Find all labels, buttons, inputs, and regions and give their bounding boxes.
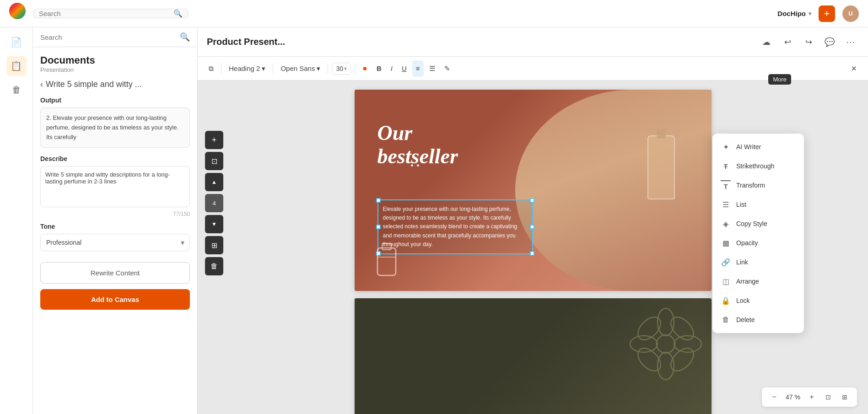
slide-2-flower bbox=[620, 303, 712, 385]
panel-search-input[interactable] bbox=[40, 33, 176, 41]
rewrite-content-button[interactable]: Rewrite Content bbox=[40, 262, 190, 284]
strikethrough-icon: T bbox=[721, 161, 731, 171]
link-icon: 🔗 bbox=[721, 257, 731, 267]
list-icon: ☰ bbox=[429, 65, 435, 73]
zoom-percent: 47 % bbox=[784, 393, 802, 401]
copy-format-button[interactable]: ⧉ bbox=[205, 60, 217, 77]
avatar[interactable]: U bbox=[842, 5, 859, 22]
back-button[interactable]: ‹ Write 5 simple and witty ... bbox=[40, 80, 190, 89]
search-container: 🔍 bbox=[33, 9, 189, 18]
handle-tl[interactable] bbox=[376, 198, 381, 203]
search-input[interactable] bbox=[39, 10, 173, 17]
zoom-in-button[interactable]: + bbox=[805, 390, 819, 404]
grid-layout-button[interactable]: ⊞ bbox=[205, 236, 223, 254]
chevron-down-icon: ▾ bbox=[262, 65, 265, 73]
sidebar-item-trash[interactable]: 🗑 bbox=[6, 80, 27, 100]
menu-item-ai-writer[interactable]: ✦ AI Writer bbox=[712, 137, 804, 156]
font-size-value: 30 bbox=[336, 65, 343, 72]
context-dropdown-menu: ✦ AI Writer T Strikethrough T Transform … bbox=[712, 134, 804, 333]
describe-label: Describe bbox=[40, 155, 190, 162]
align-button[interactable]: ≡ bbox=[412, 60, 424, 77]
canvas-tools: + ⊡ ▲ 4 ▼ ⊞ 🗑 bbox=[205, 131, 223, 275]
handle-br[interactable] bbox=[530, 251, 534, 256]
zoom-out-button[interactable]: − bbox=[767, 390, 781, 404]
svg-point-12 bbox=[657, 335, 675, 353]
text-color-button[interactable]: ● bbox=[359, 60, 371, 77]
menu-item-list[interactable]: ☰ List bbox=[712, 195, 804, 214]
menu-item-opacity[interactable]: ▩ Opacity bbox=[712, 233, 804, 253]
close-toolbar-button[interactable]: ✕ bbox=[847, 60, 861, 77]
fit-screen-button[interactable]: ⊡ bbox=[821, 390, 835, 404]
cloud-icon[interactable]: ☁ bbox=[758, 34, 775, 50]
nav-down-button[interactable]: ▼ bbox=[205, 215, 223, 233]
back-arrow-icon: ‹ bbox=[40, 80, 43, 89]
slide-1-heading: Our bestseller bbox=[377, 122, 458, 168]
handle-tr[interactable] bbox=[530, 198, 534, 203]
add-to-canvas-button[interactable]: Add to Canvas bbox=[40, 289, 190, 310]
bold-button[interactable]: B bbox=[373, 60, 385, 77]
tone-select[interactable]: Professional Casual Formal Friendly Humo… bbox=[40, 234, 190, 251]
left-panel: 🔍 Documents Presentation ‹ Write 5 simpl… bbox=[33, 27, 198, 414]
separator bbox=[328, 63, 328, 74]
italic-button[interactable]: I bbox=[387, 60, 396, 77]
font-size-control: 30 ▾ bbox=[332, 63, 351, 75]
list-button[interactable]: ☰ bbox=[426, 60, 439, 77]
topbar-right: ☁ ↩ ↪ 💬 ⋯ More bbox=[758, 34, 859, 50]
nav-up-button[interactable]: ▲ bbox=[205, 173, 223, 191]
separator bbox=[273, 63, 273, 74]
menu-item-delete[interactable]: 🗑 Delete bbox=[712, 310, 804, 329]
chevron-down-icon: ▾ bbox=[344, 65, 347, 72]
highlight-button[interactable]: ✎ bbox=[441, 60, 454, 77]
delete-slide-button[interactable]: 🗑 bbox=[205, 257, 223, 275]
deco-bottom-left bbox=[368, 234, 405, 282]
handle-mr[interactable] bbox=[530, 225, 534, 229]
tone-label: Tone bbox=[40, 223, 190, 230]
redo-button[interactable]: ↪ bbox=[800, 34, 817, 50]
menu-item-lock[interactable]: 🔒 Lock bbox=[712, 291, 804, 310]
grid-view-button[interactable]: ⊞ bbox=[838, 390, 852, 404]
sidebar-item-templates[interactable]: 📋 bbox=[6, 56, 27, 76]
menu-item-link[interactable]: 🔗 Link bbox=[712, 253, 804, 272]
menu-item-copy-style[interactable]: ◈ Copy Style bbox=[712, 214, 804, 233]
new-document-button[interactable]: + bbox=[819, 5, 835, 22]
delete-icon: 🗑 bbox=[721, 315, 731, 325]
close-icon: ✕ bbox=[851, 65, 857, 73]
menu-item-transform[interactable]: T Transform bbox=[712, 176, 804, 195]
menu-item-arrange[interactable]: ◫ Arrange bbox=[712, 272, 804, 291]
panel-content: Documents Presentation ‹ Write 5 simple … bbox=[33, 47, 197, 414]
underline-button[interactable]: U bbox=[398, 60, 410, 77]
canvas-area: + ⊡ ▲ 4 ▼ ⊞ 🗑 bbox=[198, 81, 868, 414]
undo-button[interactable]: ↩ bbox=[779, 34, 796, 50]
char-count: 77/150 bbox=[40, 211, 190, 217]
comment-button[interactable]: 💬 bbox=[821, 34, 838, 50]
add-element-button[interactable]: + bbox=[205, 131, 223, 149]
font-family-dropdown[interactable]: Open Sans ▾ bbox=[277, 60, 324, 77]
slide-counter-btn: 4 bbox=[205, 194, 223, 212]
copy-style-icon: ◈ bbox=[721, 219, 731, 229]
resize-button[interactable]: ⊡ bbox=[205, 152, 223, 170]
slide-2: Ingredients bbox=[355, 298, 712, 414]
ai-writer-icon: ✦ bbox=[721, 142, 731, 152]
menu-item-strikethrough[interactable]: T Strikethrough bbox=[712, 156, 804, 176]
more-tooltip: More bbox=[768, 74, 791, 85]
perfume-bottle bbox=[647, 135, 675, 199]
heading-style-dropdown[interactable]: Heading 2 ▾ bbox=[225, 60, 269, 77]
palette-icon: ● bbox=[362, 64, 367, 73]
dochipo-badge[interactable]: DocHipo ▾ bbox=[777, 10, 811, 17]
output-box: 2. Elevate your presence with our long-l… bbox=[40, 108, 190, 148]
more-btn-wrap: ⋯ More bbox=[842, 34, 859, 50]
svg-point-17 bbox=[634, 313, 665, 344]
status-bar: − 47 % + ⊡ ⊞ bbox=[762, 387, 857, 407]
list-menu-icon: ☰ bbox=[721, 199, 731, 210]
align-icon: ≡ bbox=[416, 65, 420, 72]
sidebar-item-document[interactable]: 📄 bbox=[6, 32, 27, 52]
more-button[interactable]: ⋯ bbox=[842, 34, 859, 50]
chevron-down-icon: ▾ bbox=[809, 11, 811, 17]
panel-subtitle: Presentation bbox=[40, 66, 190, 73]
highlight-icon: ✎ bbox=[444, 65, 450, 73]
handle-ml[interactable] bbox=[376, 225, 381, 229]
document-title: Product Present... bbox=[207, 37, 285, 47]
main-topbar: Product Present... ☁ ↩ ↪ 💬 ⋯ More bbox=[198, 27, 868, 57]
icon-sidebar: 📄 📋 🗑 bbox=[0, 27, 33, 414]
describe-textarea[interactable]: Write 5 simple and witty descriptions fo… bbox=[40, 166, 190, 207]
